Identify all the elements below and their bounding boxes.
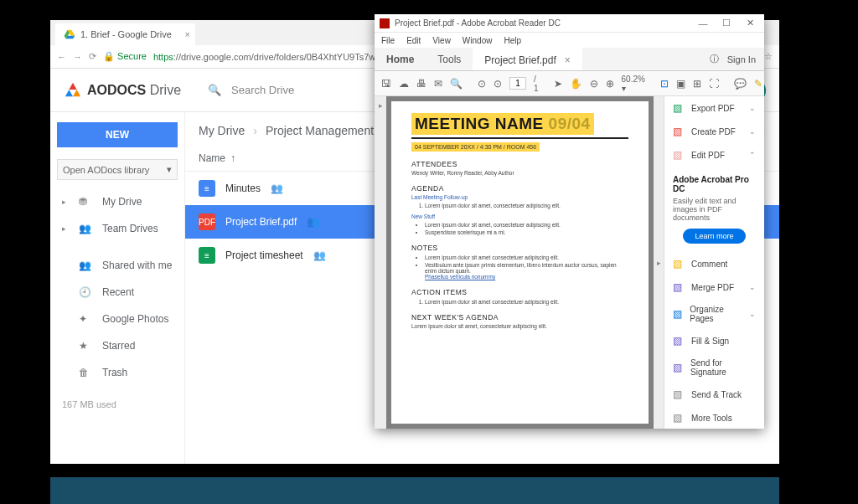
- tool-icon: ▧: [673, 258, 685, 270]
- footer-band: [50, 477, 779, 504]
- star-icon: ★: [79, 340, 92, 352]
- save-icon[interactable]: 🖫: [381, 78, 391, 90]
- hand-icon[interactable]: ✋: [570, 78, 582, 90]
- sidebar-item-trash[interactable]: 🗑Trash: [57, 361, 178, 384]
- learn-more-button[interactable]: Learn more: [683, 229, 745, 244]
- pointer-icon[interactable]: ➤: [554, 78, 562, 90]
- chevron-icon: ⌄: [749, 310, 756, 318]
- back-icon[interactable]: ←: [57, 52, 66, 62]
- search-icon: 🔍: [208, 84, 221, 96]
- tool-more-tools[interactable]: ▧More Tools: [664, 406, 764, 429]
- close-doc-tab-icon[interactable]: ×: [565, 54, 571, 66]
- breadcrumb-item[interactable]: My Drive: [199, 124, 245, 137]
- tool-send-for-signature[interactable]: ▧Send for Signature: [664, 352, 764, 383]
- zoom-level[interactable]: 60.2% ▾: [622, 75, 645, 93]
- browser-tab[interactable]: 1. Brief - Google Drive ×: [55, 23, 195, 45]
- page-down-icon[interactable]: ⊙: [494, 78, 502, 90]
- tool-fill-sign[interactable]: ▧Fill & Sign: [664, 329, 764, 352]
- menu-file[interactable]: File: [381, 36, 395, 45]
- print-icon[interactable]: 🖶: [416, 78, 426, 90]
- email-icon[interactable]: ✉: [434, 78, 442, 90]
- tool-icon: ▧: [673, 388, 685, 400]
- drive-icon: ⛃: [79, 196, 92, 208]
- file-name: Project Brief.pdf: [225, 216, 297, 228]
- close-button[interactable]: ✕: [741, 18, 759, 28]
- team-drives-icon: 👥: [79, 223, 92, 234]
- pdf-file-icon: PDF: [199, 213, 215, 230]
- acrobat-page-area[interactable]: MEETING NAME 09/04 04 SEPTEMBER 20XX / 4…: [386, 96, 654, 429]
- tab-home[interactable]: Home: [375, 48, 426, 70]
- read-mode-icon[interactable]: ⛶: [709, 78, 719, 90]
- tool-merge-pdf[interactable]: ▧Merge PDF⌄: [664, 275, 764, 299]
- acrobat-window: Project Brief.pdf - Adobe Acrobat Reader…: [375, 14, 764, 429]
- chevron-icon: ⌄: [749, 283, 756, 291]
- cloud-icon[interactable]: ☁: [399, 78, 409, 90]
- file-name: Project timesheet: [225, 249, 303, 261]
- sidebar-item-my-drive[interactable]: ▸⛃My Drive: [57, 190, 178, 213]
- acrobat-tabs: Home Tools Project Brief.pdf× ⓘ Sign In: [375, 48, 764, 71]
- acrobat-window-title: Project Brief.pdf - Adobe Acrobat Reader…: [395, 18, 689, 28]
- new-button[interactable]: NEW: [57, 122, 178, 147]
- close-tab-icon[interactable]: ×: [184, 29, 189, 39]
- shared-icon: 👥: [79, 260, 92, 271]
- highlight-icon[interactable]: ✎: [754, 78, 762, 90]
- breadcrumb-item[interactable]: Project Management: [266, 124, 374, 137]
- tool-edit-pdf[interactable]: ▧Edit PDF⌃: [664, 143, 764, 167]
- minimize-button[interactable]: —: [694, 18, 712, 28]
- help-icon[interactable]: ⓘ: [710, 53, 719, 65]
- menu-edit[interactable]: Edit: [406, 36, 421, 45]
- sheet-file-icon: ≡: [199, 247, 215, 264]
- page-number-input[interactable]: [509, 77, 526, 90]
- sidebar-item-team-drives[interactable]: ▸👥Team Drives: [57, 217, 178, 240]
- menu-help[interactable]: Help: [504, 36, 521, 45]
- aodocs-library-selector[interactable]: Open AODocs library▾: [57, 159, 178, 180]
- photos-icon: ✦: [79, 313, 92, 325]
- aodocs-logo: AODOCS Drive: [64, 81, 181, 100]
- rotate-icon[interactable]: ⊞: [693, 78, 701, 90]
- comment-icon[interactable]: 💬: [734, 78, 747, 90]
- zoom-in-icon[interactable]: ⊕: [606, 78, 614, 90]
- acrobat-collapse-rail[interactable]: ▸: [654, 96, 664, 429]
- drive-sidebar: NEW Open AODocs library▾ ▸⛃My Drive ▸👥Te…: [50, 112, 184, 464]
- chevron-icon: ⌃: [749, 151, 756, 159]
- sidebar-item-shared[interactable]: 👥Shared with me: [57, 254, 178, 277]
- zoom-out-icon[interactable]: ⊖: [590, 78, 598, 90]
- pdf-page: MEETING NAME 09/04 04 SEPTEMBER 20XX / 4…: [391, 101, 649, 424]
- maximize-button[interactable]: ☐: [717, 18, 736, 28]
- thumbnails-icon[interactable]: ▸: [379, 101, 383, 110]
- sidebar-item-starred[interactable]: ★Starred: [57, 334, 178, 357]
- tool-icon: ▧: [673, 362, 684, 373]
- acrobat-menubar: File Edit View Window Help: [375, 33, 764, 48]
- aodocs-logo-icon: [64, 81, 82, 100]
- menu-view[interactable]: View: [432, 36, 451, 45]
- menu-window[interactable]: Window: [463, 36, 493, 45]
- acrobat-right-panel: ▧Export PDF⌄▧Create PDF⌄▧Edit PDF⌃ Adobe…: [664, 96, 764, 429]
- sidebar-item-photos[interactable]: ✦Google Photos: [57, 307, 178, 331]
- fit-width-icon[interactable]: ⊡: [660, 78, 669, 90]
- tool-organize-pages[interactable]: ▧Organize Pages⌄: [664, 299, 764, 329]
- reload-icon[interactable]: ⟳: [89, 51, 96, 62]
- acrobat-left-rail: ▸: [375, 96, 386, 429]
- acrobat-titlebar: Project Brief.pdf - Adobe Acrobat Reader…: [375, 14, 764, 33]
- chevron-icon: ⌄: [749, 127, 756, 136]
- secure-badge: 🔒 Secure: [103, 51, 147, 62]
- sign-in-link[interactable]: Sign In: [727, 54, 756, 64]
- sidebar-item-recent[interactable]: 🕘Recent: [57, 280, 178, 304]
- tab-document[interactable]: Project Brief.pdf×: [473, 48, 581, 70]
- tool-send-track[interactable]: ▧Send & Track: [664, 383, 764, 406]
- search-icon[interactable]: 🔍: [450, 78, 463, 90]
- tool-icon: ▧: [673, 126, 685, 137]
- tool-export-pdf[interactable]: ▧Export PDF⌄: [664, 96, 764, 120]
- trash-icon: 🗑: [79, 367, 92, 378]
- fit-page-icon[interactable]: ▣: [676, 78, 685, 90]
- tab-tools[interactable]: Tools: [426, 48, 473, 70]
- storage-used: 167 MB used: [57, 399, 178, 409]
- doc-file-icon: ≡: [199, 180, 215, 197]
- tool-icon: ▧: [673, 412, 685, 424]
- page-up-icon[interactable]: ⊙: [478, 78, 486, 90]
- star-icon[interactable]: ☆: [764, 51, 773, 62]
- forward-icon[interactable]: →: [73, 52, 82, 62]
- tool-icon: ▧: [673, 102, 685, 114]
- tool-comment[interactable]: ▧Comment: [664, 252, 764, 275]
- tool-create-pdf[interactable]: ▧Create PDF⌄: [664, 120, 764, 143]
